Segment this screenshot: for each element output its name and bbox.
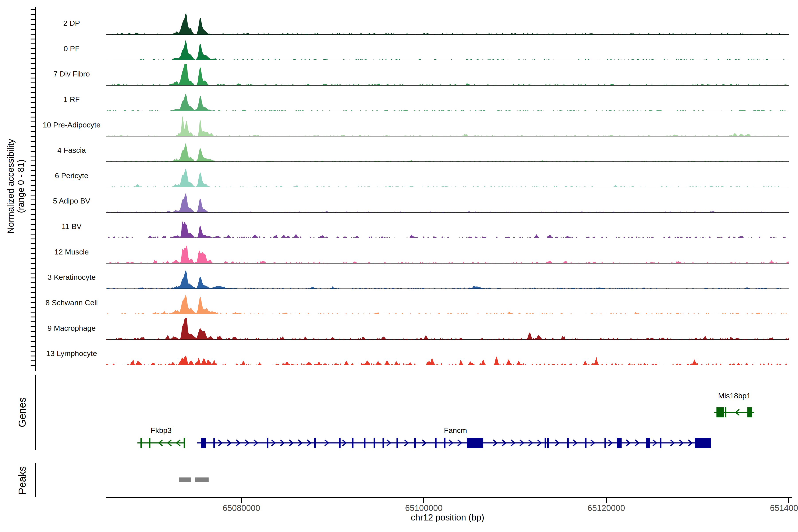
signal-0-pf xyxy=(107,40,789,60)
exon-fancm xyxy=(444,438,445,448)
exon-fancm xyxy=(567,438,569,448)
track-label: 9 Macrophage xyxy=(48,324,96,332)
signal-13-lymphocyte xyxy=(107,356,789,365)
track-label: 0 PF xyxy=(64,44,80,53)
exon-fancm xyxy=(605,438,606,448)
track-label: 3 Keratinocyte xyxy=(48,273,96,282)
signal-4-fascia xyxy=(107,143,789,162)
exon-mis18bp1 xyxy=(725,407,726,417)
exon-fancm xyxy=(695,438,711,448)
exon-fancm xyxy=(352,438,354,448)
x-tick-label: 65120000 xyxy=(587,504,625,513)
track-label: 8 Schwann Cell xyxy=(45,298,98,307)
gene-label-mis18bp1: Mis18bp1 xyxy=(718,392,750,400)
y-axis-label-line2: (range 0 - 81) xyxy=(16,159,26,213)
exon-fancm xyxy=(364,438,365,448)
x-tick-label: 65080000 xyxy=(223,504,260,513)
gene-label-fkbp3: Fkbp3 xyxy=(151,426,172,435)
exon-fkbp3 xyxy=(140,438,142,448)
signal-9-macrophage xyxy=(107,318,789,340)
track-label: 2 DP xyxy=(63,19,80,27)
exon-fancm xyxy=(435,438,437,448)
y-axis-label-line1: Normalized accessibility xyxy=(6,139,16,234)
track-label: 11 BV xyxy=(62,222,81,231)
track-label: 6 Pericyte xyxy=(55,171,88,180)
peaks-panel-label: Peaks xyxy=(16,466,28,495)
peak-region xyxy=(179,477,191,482)
signal-11-bv xyxy=(107,221,789,238)
plot-canvas xyxy=(0,0,798,532)
track-label: 13 Lymphocyte xyxy=(46,349,97,358)
exon-fancm xyxy=(414,438,416,448)
exon-fancm xyxy=(660,438,662,448)
exon-mis18bp1 xyxy=(747,407,752,417)
exon-fancm xyxy=(646,438,650,448)
signal-1-rf xyxy=(107,94,789,111)
exon-fancm xyxy=(374,438,375,448)
genes-panel-label: Genes xyxy=(16,397,28,428)
coverage-plot-figure: { "figure": { "y_axis_label_line1": "Nor… xyxy=(0,0,798,532)
exon-fkbp3 xyxy=(184,438,185,448)
x-tick-label: 65100000 xyxy=(405,504,442,513)
signal-7-div-fibro xyxy=(107,64,789,86)
track-label: 12 Muscle xyxy=(55,247,89,256)
exon-fancm xyxy=(585,438,587,448)
signal-10-pre-adipocyte xyxy=(107,117,789,136)
exon-fancm xyxy=(467,438,483,448)
exon-mis18bp1 xyxy=(717,407,724,417)
exon-fancm xyxy=(397,438,398,448)
gene-label-fancm: Fancm xyxy=(444,426,467,435)
exon-fancm xyxy=(547,438,549,448)
exon-fancm xyxy=(213,438,215,448)
track-label: 1 RF xyxy=(63,95,80,103)
exon-fancm xyxy=(383,438,384,448)
signal-6-pericyte xyxy=(107,169,789,187)
x-tick-label: 65140000 xyxy=(770,504,798,513)
exon-fancm xyxy=(339,438,341,448)
exon-fancm xyxy=(314,438,316,448)
peak-region xyxy=(195,477,209,482)
track-label: 4 Fascia xyxy=(57,146,86,154)
exon-fancm xyxy=(545,438,546,448)
track-label: 10 Pre-Adipocyte xyxy=(43,120,101,129)
exon-fancm xyxy=(267,438,268,448)
signal-5-adipo-bv xyxy=(107,193,789,213)
x-axis-title: chr12 position (bp) xyxy=(411,513,484,522)
signal-12-muscle xyxy=(107,245,789,263)
signal-3-keratinocyte xyxy=(107,270,789,289)
signal-8-schwann-cell xyxy=(107,295,789,314)
exon-fancm xyxy=(617,438,622,448)
track-label: 7 Div Fibro xyxy=(53,70,90,78)
signal-2-dp xyxy=(107,13,789,35)
track-label: 5 Adipo BV xyxy=(53,197,90,205)
exon-fkbp3 xyxy=(149,438,151,448)
exon-fancm xyxy=(201,438,206,448)
